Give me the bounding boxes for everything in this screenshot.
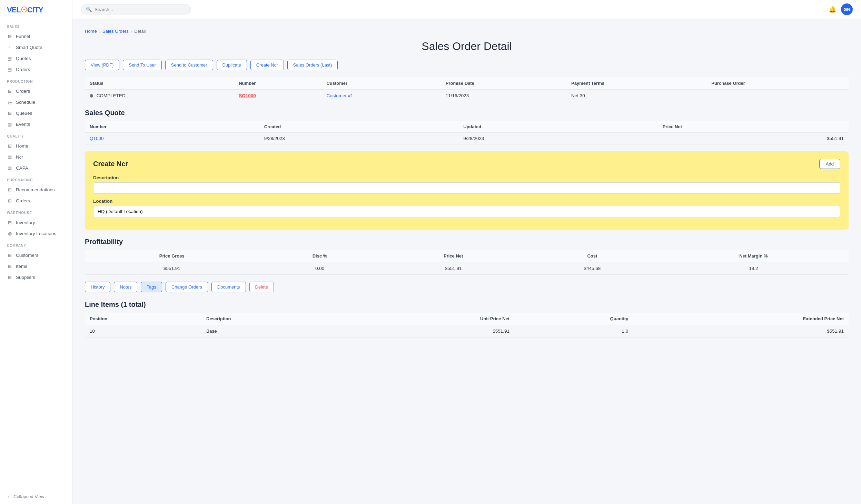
sidebar-item-orders[interactable]: ▤ Orders: [0, 64, 72, 75]
quote-number-link[interactable]: Q1000: [90, 136, 104, 141]
search-input[interactable]: [95, 7, 186, 12]
quote-col-updated: Updated: [458, 121, 657, 133]
notes-button[interactable]: Notes: [114, 282, 137, 292]
sidebar: VEL☉CITY SALES ⊞ Funnel ≈ Smart Quote ▤ …: [0, 0, 72, 504]
sidebar-item-items[interactable]: ⊞ Items: [0, 261, 72, 272]
sidebar-label-orders: Orders: [16, 67, 30, 72]
breadcrumb-home[interactable]: Home: [85, 29, 97, 34]
search-icon: 🔍: [86, 7, 92, 12]
collapsed-view-button[interactable]: ← Collapsed View: [0, 489, 72, 504]
sidebar-section-production: PRODUCTION: [0, 75, 72, 85]
search-bar[interactable]: 🔍: [81, 4, 191, 14]
documents-button[interactable]: Documents: [211, 282, 246, 292]
sidebar-item-quality-home[interactable]: ⊞ Home: [0, 140, 72, 151]
customer-link[interactable]: Customer #1: [326, 93, 353, 98]
line-unit-price-net: $551.91: [348, 325, 514, 337]
sidebar-label-recommendations: Recommendations: [16, 187, 55, 192]
page-title: Sales Order Detail: [85, 40, 849, 53]
events-icon: ▤: [7, 121, 12, 127]
inventory-locations-icon: ◎: [7, 231, 12, 236]
create-ncr-section: Create Ncr Add Description Location: [85, 151, 849, 230]
line-col-extended-price-net: Extended Price Net: [633, 313, 849, 325]
collapsed-view-label: Collapsed View: [13, 494, 44, 499]
quality-home-icon: ⊞: [7, 143, 12, 149]
notification-bell-icon[interactable]: 🔔: [829, 6, 836, 13]
ncr-location-input[interactable]: [93, 206, 840, 217]
logo: VEL☉CITY: [0, 0, 72, 20]
line-quantity: 1.0: [514, 325, 633, 337]
line-extended-price-net: $551.91: [633, 325, 849, 337]
history-button[interactable]: History: [85, 282, 110, 292]
sidebar-item-purch-orders[interactable]: ⊞ Orders: [0, 195, 72, 206]
col-customer: Customer: [321, 77, 441, 90]
sidebar-item-prod-orders[interactable]: ⊞ Orders: [0, 85, 72, 97]
line-col-description: Description: [201, 313, 348, 325]
order-payment-terms: Net 30: [566, 90, 706, 102]
bottom-actions: History Notes Tags Change Orders Documen…: [85, 282, 849, 292]
sidebar-item-ncr[interactable]: ▤ Ncr: [0, 151, 72, 162]
quote-col-number: Number: [85, 121, 259, 133]
sales-quote-table: Number Created Updated Price Net Q1000 9…: [85, 121, 849, 144]
sidebar-item-suppliers[interactable]: ⊞ Suppliers: [0, 272, 72, 283]
topnav-right: 🔔 GN: [829, 3, 853, 15]
sidebar-item-inventory[interactable]: ⊞ Inventory: [0, 217, 72, 228]
sidebar-label-queues: Queues: [16, 111, 32, 116]
ncr-icon: ▤: [7, 154, 12, 160]
sales-orders-last-button[interactable]: Sales Orders (Last): [287, 60, 338, 70]
sidebar-section-sales: SALES: [0, 20, 72, 31]
sidebar-item-funnel[interactable]: ⊞ Funnel: [0, 31, 72, 42]
sidebar-item-quotes[interactable]: ▤ Quotes: [0, 53, 72, 64]
sidebar-item-events[interactable]: ▤ Events: [0, 119, 72, 130]
sidebar-item-customers[interactable]: ⊞ Customers: [0, 250, 72, 261]
send-to-user-button[interactable]: Send To User: [123, 60, 162, 70]
change-orders-button[interactable]: Change Orders: [166, 282, 208, 292]
sidebar-label-events: Events: [16, 122, 30, 127]
order-status: COMPLETED: [85, 90, 234, 102]
order-number-link[interactable]: SO1000: [239, 93, 256, 98]
create-ncr-button[interactable]: Create Ncr: [250, 60, 284, 70]
sidebar-item-inventory-locations[interactable]: ◎ Inventory Locations: [0, 228, 72, 239]
profit-disc-pct: 0.00: [259, 262, 381, 275]
sales-quote-title: Sales Quote: [85, 109, 849, 117]
send-to-customer-button[interactable]: Send to Customer: [165, 60, 213, 70]
ncr-title: Create Ncr: [93, 160, 128, 168]
order-row: COMPLETED SO1000 Customer #1 11/16/2023 …: [85, 90, 849, 102]
sidebar-item-queues[interactable]: ⊞ Queues: [0, 108, 72, 119]
sidebar-item-capa[interactable]: ▤ CAPA: [0, 162, 72, 173]
view-pdf-button[interactable]: View (PDF): [85, 60, 119, 70]
breadcrumb-current: Detail: [134, 29, 146, 34]
order-number: SO1000: [234, 90, 321, 102]
sidebar-item-recommendations[interactable]: ⊞ Recommendations: [0, 184, 72, 195]
ncr-description-field: Description: [93, 175, 840, 194]
topnav: 🔍 🔔 GN: [72, 0, 861, 19]
logo-text: VEL☉CITY: [7, 6, 43, 14]
sidebar-label-suppliers: Suppliers: [16, 275, 35, 280]
quote-col-price-net: Price Net: [658, 121, 849, 133]
sidebar-item-smart-quote[interactable]: ≈ Smart Quote: [0, 42, 72, 53]
sidebar-section-purchasing: PURCHASING: [0, 173, 72, 184]
delete-button[interactable]: Delete: [249, 282, 274, 292]
status-dot: [90, 94, 93, 98]
quote-updated: 9/28/2023: [458, 133, 657, 144]
col-promise-date: Promise Date: [441, 77, 566, 90]
sidebar-label-quality-home: Home: [16, 143, 28, 149]
avatar[interactable]: GN: [841, 3, 853, 15]
profit-col-price-net: Price Net: [380, 250, 526, 262]
col-purchase-order: Purchase Order: [706, 77, 849, 90]
sidebar-label-schedule: Schedule: [16, 100, 35, 105]
capa-icon: ▤: [7, 165, 12, 171]
sidebar-item-schedule[interactable]: ◎ Schedule: [0, 97, 72, 108]
breadcrumb-sep-2: ›: [131, 29, 132, 34]
profit-col-price-gross: Price Gross: [85, 250, 259, 262]
quote-number: Q1000: [85, 133, 259, 144]
sidebar-label-capa: CAPA: [16, 165, 28, 171]
line-col-unit-price-net: Unit Price Net: [348, 313, 514, 325]
ncr-description-input[interactable]: [93, 182, 840, 194]
duplicate-button[interactable]: Duplicate: [217, 60, 247, 70]
tags-button[interactable]: Tags: [141, 282, 162, 292]
line-col-quantity: Quantity: [514, 313, 633, 325]
breadcrumb-sales-orders[interactable]: Sales Orders: [102, 29, 129, 34]
action-buttons: View (PDF) Send To User Send to Customer…: [85, 60, 849, 70]
ncr-add-button[interactable]: Add: [819, 159, 840, 169]
smart-quote-icon: ≈: [7, 44, 12, 50]
